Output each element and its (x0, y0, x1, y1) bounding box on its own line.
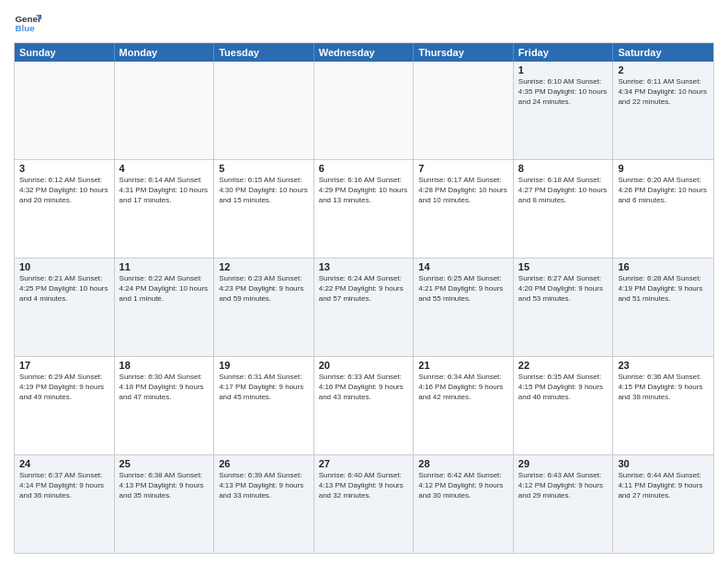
day-cell-10: 10Sunrise: 6:21 AM Sunset: 4:25 PM Dayli… (15, 259, 115, 356)
day-cell-14: 14Sunrise: 6:25 AM Sunset: 4:21 PM Dayli… (414, 259, 514, 356)
cell-info: Sunrise: 6:33 AM Sunset: 4:16 PM Dayligh… (319, 373, 409, 402)
day-cell-17: 17Sunrise: 6:29 AM Sunset: 4:19 PM Dayli… (15, 357, 115, 454)
cell-info: Sunrise: 6:15 AM Sunset: 4:30 PM Dayligh… (219, 176, 309, 205)
day-cell-26: 26Sunrise: 6:39 AM Sunset: 4:13 PM Dayli… (214, 455, 314, 553)
cell-info: Sunrise: 6:21 AM Sunset: 4:25 PM Dayligh… (19, 274, 109, 304)
calendar-header: SundayMondayTuesdayWednesdayThursdayFrid… (15, 43, 713, 62)
header-cell-wednesday: Wednesday (314, 43, 415, 62)
day-number: 19 (219, 360, 309, 371)
page: General Blue SundayMondayTuesdayWednesda… (0, 0, 728, 563)
empty-cell (15, 62, 115, 159)
cell-info: Sunrise: 6:30 AM Sunset: 4:18 PM Dayligh… (119, 373, 210, 402)
cell-info: Sunrise: 6:29 AM Sunset: 4:19 PM Dayligh… (19, 373, 109, 402)
day-number: 14 (418, 261, 508, 272)
day-cell-29: 29Sunrise: 6:43 AM Sunset: 4:12 PM Dayli… (514, 455, 614, 553)
day-cell-20: 20Sunrise: 6:33 AM Sunset: 4:16 PM Dayli… (314, 357, 415, 454)
day-number: 21 (418, 360, 508, 371)
empty-cell (115, 62, 215, 159)
day-cell-28: 28Sunrise: 6:42 AM Sunset: 4:12 PM Dayli… (414, 455, 514, 553)
header-cell-friday: Friday (514, 43, 614, 62)
cal-row-2: 3Sunrise: 6:12 AM Sunset: 4:32 PM Daylig… (15, 159, 713, 258)
day-number: 7 (418, 163, 508, 174)
day-cell-3: 3Sunrise: 6:12 AM Sunset: 4:32 PM Daylig… (15, 160, 115, 258)
header-cell-tuesday: Tuesday (214, 43, 314, 62)
day-number: 29 (518, 458, 609, 469)
empty-cell (414, 62, 514, 159)
day-cell-8: 8Sunrise: 6:18 AM Sunset: 4:27 PM Daylig… (514, 160, 614, 258)
cal-row-3: 10Sunrise: 6:21 AM Sunset: 4:25 PM Dayli… (15, 258, 713, 356)
calendar-body: 1Sunrise: 6:10 AM Sunset: 4:35 PM Daylig… (15, 62, 713, 553)
day-number: 27 (319, 458, 409, 469)
day-cell-9: 9Sunrise: 6:20 AM Sunset: 4:26 PM Daylig… (613, 160, 713, 258)
day-cell-6: 6Sunrise: 6:16 AM Sunset: 4:29 PM Daylig… (314, 160, 415, 258)
cell-info: Sunrise: 6:24 AM Sunset: 4:22 PM Dayligh… (319, 274, 409, 304)
cal-row-5: 24Sunrise: 6:37 AM Sunset: 4:14 PM Dayli… (15, 454, 713, 553)
cell-info: Sunrise: 6:31 AM Sunset: 4:17 PM Dayligh… (219, 373, 309, 402)
day-number: 1 (518, 64, 609, 75)
day-number: 9 (618, 163, 709, 174)
empty-cell (214, 62, 314, 159)
cell-info: Sunrise: 6:17 AM Sunset: 4:28 PM Dayligh… (418, 176, 508, 205)
cell-info: Sunrise: 6:27 AM Sunset: 4:20 PM Dayligh… (518, 274, 609, 304)
day-cell-19: 19Sunrise: 6:31 AM Sunset: 4:17 PM Dayli… (214, 357, 314, 454)
cell-info: Sunrise: 6:14 AM Sunset: 4:31 PM Dayligh… (119, 176, 210, 205)
day-number: 2 (618, 64, 709, 75)
calendar: SundayMondayTuesdayWednesdayThursdayFrid… (14, 42, 714, 554)
day-number: 24 (19, 458, 109, 469)
day-cell-16: 16Sunrise: 6:28 AM Sunset: 4:19 PM Dayli… (613, 259, 713, 356)
day-number: 6 (319, 163, 409, 174)
header-cell-sunday: Sunday (15, 43, 115, 62)
day-cell-11: 11Sunrise: 6:22 AM Sunset: 4:24 PM Dayli… (115, 259, 215, 356)
day-cell-15: 15Sunrise: 6:27 AM Sunset: 4:20 PM Dayli… (514, 259, 614, 356)
day-cell-5: 5Sunrise: 6:15 AM Sunset: 4:30 PM Daylig… (214, 160, 314, 258)
cell-info: Sunrise: 6:35 AM Sunset: 4:15 PM Dayligh… (518, 373, 609, 402)
cell-info: Sunrise: 6:10 AM Sunset: 4:35 PM Dayligh… (518, 77, 609, 107)
day-number: 12 (219, 261, 309, 272)
day-number: 11 (119, 261, 210, 272)
day-cell-27: 27Sunrise: 6:40 AM Sunset: 4:13 PM Dayli… (314, 455, 415, 553)
cell-info: Sunrise: 6:34 AM Sunset: 4:16 PM Dayligh… (418, 373, 508, 402)
day-number: 18 (119, 360, 210, 371)
cell-info: Sunrise: 6:11 AM Sunset: 4:34 PM Dayligh… (618, 77, 709, 107)
day-cell-21: 21Sunrise: 6:34 AM Sunset: 4:16 PM Dayli… (414, 357, 514, 454)
day-cell-12: 12Sunrise: 6:23 AM Sunset: 4:23 PM Dayli… (214, 259, 314, 356)
cell-info: Sunrise: 6:16 AM Sunset: 4:29 PM Dayligh… (319, 176, 409, 205)
day-cell-18: 18Sunrise: 6:30 AM Sunset: 4:18 PM Dayli… (115, 357, 215, 454)
cell-info: Sunrise: 6:25 AM Sunset: 4:21 PM Dayligh… (418, 274, 508, 304)
day-number: 16 (618, 261, 709, 272)
cal-row-4: 17Sunrise: 6:29 AM Sunset: 4:19 PM Dayli… (15, 356, 713, 454)
day-number: 10 (19, 261, 109, 272)
header: General Blue (14, 9, 714, 37)
day-cell-25: 25Sunrise: 6:38 AM Sunset: 4:13 PM Dayli… (115, 455, 215, 553)
cell-info: Sunrise: 6:44 AM Sunset: 4:11 PM Dayligh… (618, 471, 709, 500)
header-cell-thursday: Thursday (414, 43, 514, 62)
cell-info: Sunrise: 6:36 AM Sunset: 4:15 PM Dayligh… (618, 373, 709, 402)
day-number: 23 (618, 360, 709, 371)
day-cell-2: 2Sunrise: 6:11 AM Sunset: 4:34 PM Daylig… (613, 62, 713, 159)
day-cell-1: 1Sunrise: 6:10 AM Sunset: 4:35 PM Daylig… (514, 62, 614, 159)
svg-text:Blue: Blue (16, 23, 36, 33)
day-cell-22: 22Sunrise: 6:35 AM Sunset: 4:15 PM Dayli… (514, 357, 614, 454)
cell-info: Sunrise: 6:12 AM Sunset: 4:32 PM Dayligh… (19, 176, 109, 205)
day-number: 28 (418, 458, 508, 469)
cal-row-1: 1Sunrise: 6:10 AM Sunset: 4:35 PM Daylig… (15, 62, 713, 159)
day-number: 3 (19, 163, 109, 174)
cell-info: Sunrise: 6:43 AM Sunset: 4:12 PM Dayligh… (518, 471, 609, 500)
day-number: 25 (119, 458, 210, 469)
cell-info: Sunrise: 6:42 AM Sunset: 4:12 PM Dayligh… (418, 471, 508, 500)
empty-cell (314, 62, 415, 159)
day-number: 15 (518, 261, 609, 272)
day-number: 26 (219, 458, 309, 469)
cell-info: Sunrise: 6:28 AM Sunset: 4:19 PM Dayligh… (618, 274, 709, 304)
day-cell-23: 23Sunrise: 6:36 AM Sunset: 4:15 PM Dayli… (613, 357, 713, 454)
cell-info: Sunrise: 6:39 AM Sunset: 4:13 PM Dayligh… (219, 471, 309, 500)
cell-info: Sunrise: 6:20 AM Sunset: 4:26 PM Dayligh… (618, 176, 709, 205)
cell-info: Sunrise: 6:23 AM Sunset: 4:23 PM Dayligh… (219, 274, 309, 304)
day-number: 13 (319, 261, 409, 272)
day-number: 5 (219, 163, 309, 174)
day-number: 4 (119, 163, 210, 174)
day-cell-24: 24Sunrise: 6:37 AM Sunset: 4:14 PM Dayli… (15, 455, 115, 553)
cell-info: Sunrise: 6:22 AM Sunset: 4:24 PM Dayligh… (119, 274, 210, 304)
header-cell-saturday: Saturday (613, 43, 713, 62)
day-number: 30 (618, 458, 709, 469)
